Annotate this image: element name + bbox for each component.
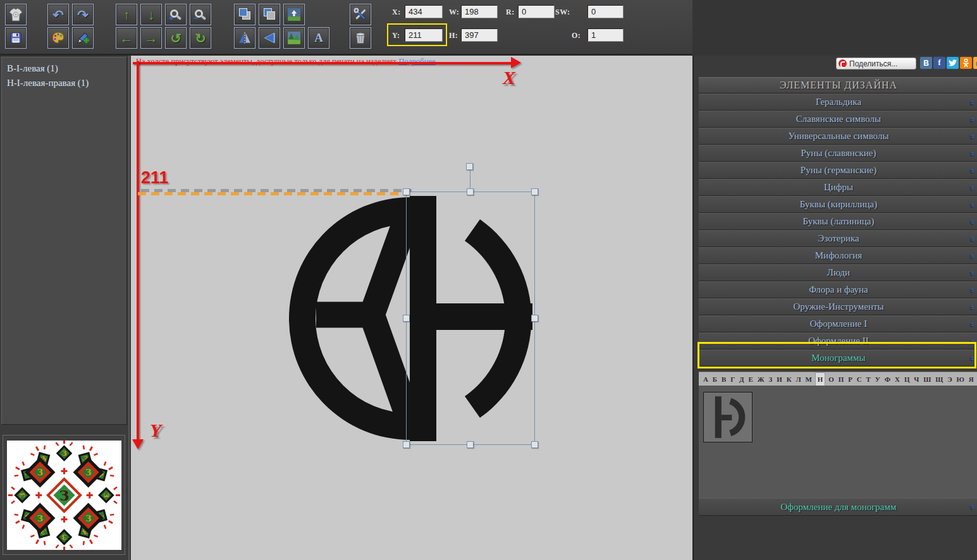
menu-item[interactable]: Геральдика»	[699, 94, 977, 111]
alphabet-letter[interactable]: К	[786, 373, 792, 386]
layer-item[interactable]: Н-I-левая-правая (1)	[2, 76, 126, 90]
alphabet-letter[interactable]: Ш	[923, 373, 931, 386]
handle-middle-left[interactable]	[403, 315, 410, 322]
alphabet-letter[interactable]: Р	[847, 373, 853, 386]
alphabet-letter[interactable]: И	[776, 373, 783, 386]
alphabet-letter[interactable]: А	[703, 373, 709, 386]
alphabet-letter[interactable]: Ч	[913, 373, 919, 386]
x-input[interactable]	[405, 5, 443, 18]
save-button[interactable]	[5, 27, 27, 49]
menu-item[interactable]: Руны (славянские)»	[699, 145, 977, 162]
share-button[interactable]: Поделиться...	[836, 58, 916, 70]
svg-text:З: З	[59, 487, 70, 504]
alphabet-letter[interactable]: Ю	[956, 373, 965, 386]
palette-button[interactable]	[47, 27, 69, 49]
move-down-button[interactable]: ↓	[140, 4, 162, 25]
rotate-cw-button[interactable]: ↻	[190, 27, 211, 49]
menu-item[interactable]: Буквы (латиница)»	[699, 213, 977, 230]
alphabet-letter[interactable]: Х	[894, 373, 900, 386]
center-on-canvas-button[interactable]	[283, 4, 305, 25]
menu-item[interactable]: Руны (германские)»	[699, 162, 977, 179]
alphabet-letter[interactable]: У	[875, 373, 881, 386]
handle-bottom-center[interactable]	[467, 441, 474, 448]
alphabet-letter[interactable]: Щ	[935, 373, 943, 386]
add-element-button[interactable]	[72, 27, 94, 49]
menu-item[interactable]: Флора и фауна»	[699, 281, 977, 298]
odnoklassniki-icon[interactable]	[960, 57, 972, 69]
menu-item[interactable]: Мифология»	[699, 247, 977, 264]
menu-item[interactable]: Славянские символы»	[699, 111, 977, 128]
alphabet-letter[interactable]: Е	[748, 373, 754, 386]
alphabet-letter[interactable]: М	[805, 373, 813, 386]
handle-top-center[interactable]	[467, 188, 474, 195]
alphabet-letter[interactable]: Э	[947, 373, 952, 386]
redo-button[interactable]: ↷	[72, 4, 94, 25]
text-element-button[interactable]: A	[308, 27, 329, 49]
menu-item[interactable]: Оформление II»	[699, 332, 977, 350]
w-input[interactable]	[461, 5, 498, 18]
alphabet-letter[interactable]: П	[838, 373, 845, 386]
zoom-in-button[interactable]: +	[165, 4, 187, 25]
handle-top-right[interactable]	[531, 188, 538, 195]
alphabet-letter[interactable]: Ф	[884, 373, 891, 386]
monogram-letter-thumbnail[interactable]	[703, 392, 753, 442]
alphabet-letter[interactable]: Б	[712, 373, 718, 386]
menu-item-monogrammy[interactable]: Монограммы»	[699, 350, 977, 367]
handle-middle-right[interactable]	[531, 315, 538, 322]
alphabet-letter[interactable]: Д	[739, 373, 745, 386]
alphabet-letter[interactable]: Т	[866, 373, 871, 386]
alphabet-letter[interactable]: Г	[730, 373, 735, 386]
ornament-preview-box[interactable]: З З	[3, 435, 125, 555]
delete-button[interactable]	[350, 27, 371, 49]
vk-icon[interactable]: В	[920, 57, 932, 69]
rotate-ccw-button[interactable]: ↺	[165, 27, 187, 49]
menu-item[interactable]: Эзотерика»	[699, 230, 977, 247]
product-preview-button[interactable]	[5, 4, 27, 25]
handle-top-left[interactable]	[403, 188, 410, 195]
menu-item[interactable]: Люди»	[699, 264, 977, 281]
o-input[interactable]	[587, 28, 624, 42]
alphabet-letter[interactable]: Л	[796, 373, 802, 386]
alphabet-letter[interactable]: Ж	[757, 373, 765, 386]
alphabet-letter-selected[interactable]: Н	[816, 373, 825, 386]
handle-bottom-right[interactable]	[531, 441, 538, 448]
twitter-icon[interactable]	[947, 57, 959, 69]
layer-item[interactable]: В-I-левая (1)	[2, 58, 126, 76]
menu-item[interactable]: Оружие-Инструменты»	[699, 298, 977, 315]
y-input[interactable]	[405, 28, 443, 42]
alphabet-letter[interactable]: С	[856, 373, 863, 386]
field-label-w: W:	[449, 8, 459, 17]
tools-button[interactable]	[350, 4, 371, 25]
nature-elements-button[interactable]	[283, 27, 305, 49]
rotation-handle[interactable]	[466, 163, 473, 170]
sw-input[interactable]	[587, 5, 624, 18]
mailru-icon[interactable]: @	[973, 57, 977, 69]
r-input[interactable]	[518, 5, 555, 18]
alphabet-letter[interactable]: Ц	[904, 373, 911, 386]
menu-item[interactable]: Универсальные символы»	[699, 128, 977, 145]
alphabet-letter[interactable]: Я	[968, 373, 974, 386]
handle-bottom-left[interactable]	[403, 441, 410, 448]
send-to-back-button[interactable]	[259, 4, 280, 25]
alphabet-letter[interactable]: В	[721, 373, 727, 386]
alphabet-letter[interactable]: О	[828, 373, 835, 386]
field-label-y: Y:	[392, 31, 400, 40]
flip-horizontal-button[interactable]	[234, 27, 255, 49]
move-up-button[interactable]: ↑	[116, 4, 137, 25]
design-canvas[interactable]: На холсте присутствуют элементы, доступн…	[131, 56, 692, 560]
move-right-button[interactable]: →	[140, 27, 162, 49]
bring-to-front-button[interactable]	[234, 4, 255, 25]
menu-item[interactable]: Оформление I»	[699, 315, 977, 332]
flip-vertical-button[interactable]	[259, 27, 280, 49]
selection-bounding-box[interactable]	[406, 192, 535, 445]
menu-item-oformlenie-monogramm[interactable]: Оформление для монограмм »	[699, 498, 977, 516]
menu-item[interactable]: Буквы (кириллица)»	[699, 196, 977, 213]
move-left-button[interactable]: ←	[116, 27, 137, 49]
undo-button[interactable]: ↶	[47, 4, 69, 25]
zoom-out-button[interactable]: −	[190, 4, 211, 25]
h-input[interactable]	[461, 28, 498, 42]
facebook-icon[interactable]: f	[933, 57, 945, 69]
menu-item[interactable]: Цифры»	[699, 179, 977, 196]
wrench-screwdriver-icon	[353, 7, 368, 22]
alphabet-letter[interactable]: З	[768, 373, 773, 386]
